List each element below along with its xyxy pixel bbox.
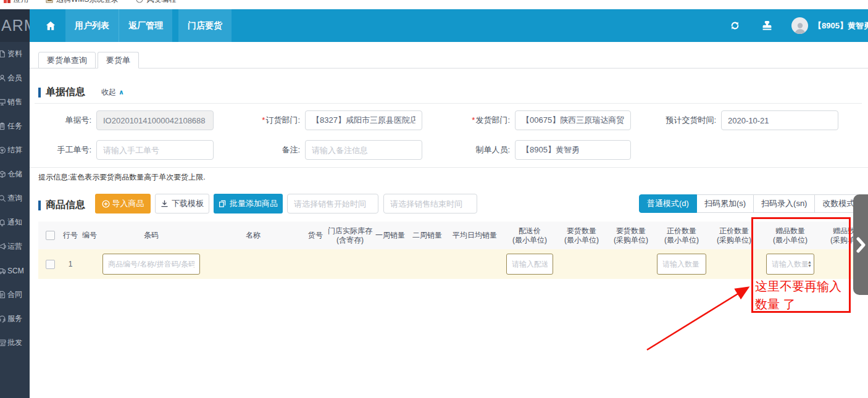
service-icon [0,315,6,323]
sidebar: 资料会员销售任务结算仓储查询通知运营SCM合同服务批发 [0,42,30,398]
row-cell-6 [327,249,373,279]
select-all-checkbox[interactable] [46,231,55,240]
collapse-caret-icon: ∧ [119,88,124,96]
number-spinner[interactable]: ▲▼ [807,260,812,268]
collapse-link[interactable]: 收起∧ [101,87,124,97]
sidebar-item-wholesale[interactable]: 批发 [0,331,30,355]
mode-switcher: 普通模式(d) 扫码累加(s) 扫码录入(sn) 改数模式(c) [639,194,868,213]
sidebar-item-contract[interactable]: 合同 [0,283,30,307]
bookmark-apps[interactable]: 应用 [4,0,28,5]
avatar[interactable] [791,17,808,34]
sidebar-item-label: 通知 [7,217,22,228]
home-tab[interactable] [37,9,64,42]
sidebar-item-label: 查询 [7,193,22,204]
sidebar-item-service[interactable]: 服务 [0,307,30,331]
sale-end-date-input[interactable] [383,194,477,214]
nav-tab-store-request[interactable]: 门店要货 [178,9,232,42]
refresh-button[interactable] [727,19,742,33]
row-cell-12 [606,249,656,279]
home-icon [45,20,56,31]
mode-scan-entry[interactable]: 扫码录入(sn) [753,194,815,213]
column-header-3: 条码 [100,222,202,249]
row-cell-11 [557,249,606,279]
bookmark-wms[interactable]: 迅腾WMS系统登录 [46,0,119,5]
scm-icon [0,267,6,275]
clear-cache-button[interactable] [759,19,774,33]
bookmark-fengbian[interactable]: 风变编程 [136,0,176,5]
order-dept-input[interactable] [305,110,422,130]
table-header-row: 行号编号条码名称货号门店实际库存(含寄存)一周销量二周销量平均日均销量配送价(最… [38,222,868,249]
sidebar-item-notify[interactable]: 通知 [0,210,30,234]
nav-tab-user-list[interactable]: 用户列表 [65,9,119,42]
row-cell-2 [79,249,100,279]
sidebar-item-label: 销售 [7,97,22,107]
import-products-button[interactable]: 导入商品 [95,194,151,214]
mode-scan-accumulate[interactable]: 扫码累加(s) [696,194,754,213]
sidebar-item-scm[interactable]: SCM [0,259,30,283]
sidebar-item-label: 任务 [7,121,22,131]
row-checkbox[interactable] [46,260,55,269]
current-user[interactable]: 【8905】黄智勇 [814,20,868,31]
field-remark: 备注: [242,140,422,160]
ops-icon [0,243,6,251]
info-circle-icon [136,0,143,3]
column-header-10: 配送价(最小单位) [503,222,557,249]
member-icon [0,74,6,82]
row-cell-14 [707,249,761,279]
divider [35,103,862,104]
circle-plus-icon [102,200,110,208]
sidebar-item-query[interactable]: 查询 [0,186,30,210]
delivery-price-input[interactable] [506,254,553,275]
column-header-13: 正价数量(最小单位) [656,222,707,249]
sidebar-item-doc[interactable]: 资料 [0,42,30,66]
image-icon [46,0,53,3]
products-title: 商品信息 [46,199,85,212]
nav-tab-return-factory[interactable]: 返厂管理 [119,9,172,42]
delivery-time-input[interactable] [721,110,838,130]
subtab-request-query[interactable]: 要货单查询 [38,52,96,68]
top-nav: ARM 用户列表 返厂管理 门店要货 [0,9,868,42]
product-search-input[interactable] [102,254,200,275]
sidebar-item-ops[interactable]: 运营 [0,234,30,259]
sidebar-item-sale[interactable]: 销售 [0,90,30,114]
bookmark-label: 迅腾WMS系统登录 [56,0,119,5]
sidebar-item-storage[interactable]: 仓储 [0,162,30,186]
order-dept-label: *订货部门: [242,115,300,126]
browser-bookmarks-bar: 应用 迅腾WMS系统登录 风变编程 [0,0,868,6]
wholesale-icon [0,339,6,347]
maker-input[interactable] [515,140,631,160]
remark-input[interactable] [305,140,422,160]
row-cell-4 [202,249,304,279]
bookmark-label: 应用 [14,0,28,5]
scroll-right-button[interactable] [853,194,868,295]
column-header-2: 编号 [79,222,100,249]
sidebar-item-settle[interactable]: 结算 [0,138,30,162]
column-header-12: 要货数量(采购单位) [606,222,656,249]
nav-tabs: 用户列表 返厂管理 门店要货 [65,9,232,42]
manual-no-input[interactable] [96,140,214,160]
sidebar-item-member[interactable]: 会员 [0,66,30,90]
ship-dept-input[interactable] [515,110,631,130]
column-header-7: 一周销量 [373,222,407,249]
normal-qty-input[interactable] [657,254,706,275]
download-template-button[interactable]: 下载模板 [155,194,209,214]
sale-start-date-input[interactable] [287,194,378,214]
subtab-request-form[interactable]: 要货单 [98,52,139,68]
person-icon [793,22,807,34]
stamp-icon [761,20,773,31]
storage-icon [0,170,6,178]
sidebar-item-task[interactable]: 任务 [0,114,30,138]
field-ship-dept: *发货部门: [452,110,631,130]
batch-add-button[interactable]: 批量添加商品 [214,194,283,214]
row-line-no: 1 [69,260,73,269]
download-icon [161,200,169,208]
row-cell-0 [38,249,62,279]
row-cell-8 [407,249,447,279]
query-icon [0,194,6,202]
column-header-8: 二周销量 [407,222,447,249]
mode-normal[interactable]: 普通模式(d) [639,194,697,213]
settle-icon [0,146,6,154]
remark-label: 备注: [242,144,300,155]
annotation-line1: 这里不要再输入 [755,278,841,295]
sidebar-item-label: 合同 [7,289,22,300]
